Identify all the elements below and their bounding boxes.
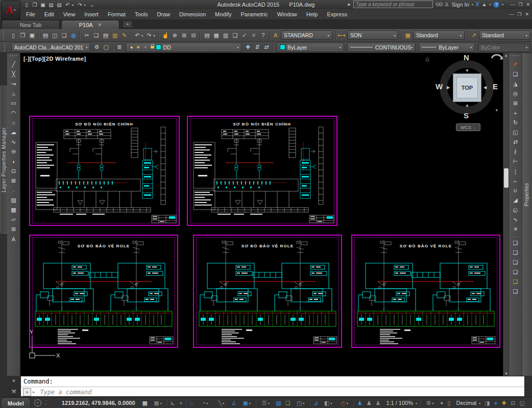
sign-in-label[interactable]: Sign In	[452, 2, 469, 8]
qnew-icon[interactable]: ▯	[22, 1, 31, 9]
lineweight-combo[interactable]: ByLayer▾	[419, 43, 475, 52]
dropdown-caret-icon[interactable]: ▾	[460, 34, 462, 37]
grid-display-icon[interactable]: ▦	[140, 398, 150, 408]
open-icon[interactable]: ❐	[31, 1, 39, 9]
point-icon[interactable]: ∙	[8, 186, 19, 195]
command-window[interactable]: Command: > ▶ Type a command	[20, 376, 525, 397]
make-object-layer-current-icon[interactable]: ❖	[243, 42, 252, 52]
viewcube-face-label[interactable]: TOP	[462, 85, 473, 91]
join-icon[interactable]: ∪	[510, 186, 521, 195]
layer-states-icon[interactable]: ⇄	[262, 42, 271, 52]
dropdown-caret-icon[interactable]: ▾	[479, 401, 480, 405]
menu-draw[interactable]: Draw	[152, 9, 175, 19]
scale-icon[interactable]: ◱	[510, 128, 521, 137]
layer-properties-manager-icon[interactable]: ≣	[115, 42, 124, 52]
viewport-scale[interactable]: 1:1 / 100%▾	[382, 398, 419, 408]
layer-unlock-icon[interactable]	[151, 46, 154, 48]
workspace-settings-icon[interactable]: ⚙	[92, 42, 101, 52]
sign-in-user-icon[interactable]: ♙	[445, 2, 449, 7]
window-minimize-button[interactable]: —	[510, 2, 515, 7]
units-icon-icon[interactable]: ▯	[445, 398, 452, 408]
plot-preview-icon[interactable]: ◫	[50, 31, 59, 40]
construction-line-icon[interactable]: ╳	[8, 69, 19, 79]
color-combo[interactable]: ByLayer▾	[277, 43, 344, 52]
quickcalc-icon[interactable]: ⌗	[249, 31, 258, 40]
annotation-visibility-icon[interactable]: ◴▾	[336, 398, 353, 408]
tool-palettes-icon[interactable]: ▥	[221, 31, 230, 40]
drawing-frame-main-diagram[interactable]: SƠ ĐỒ NỐI ĐIỆN CHÍNH	[187, 116, 337, 228]
clean-screen-icon[interactable]: ◱	[517, 398, 526, 408]
dropdown-caret-icon[interactable]: ▾	[330, 401, 332, 405]
menu-dimension[interactable]: Dimension	[175, 9, 210, 19]
viewcube[interactable]: ⌂ N S W E ▼ ▲ ▶ ◀ TOP ▼ WCS ⌄	[432, 54, 503, 131]
rectangle-icon[interactable]: ▭	[8, 98, 19, 108]
menu-view[interactable]: View	[59, 9, 80, 19]
menu-express[interactable]: Express	[322, 9, 352, 19]
text-to-front-icon[interactable]: ❏	[510, 277, 521, 287]
command-prompt-line[interactable]: > ▶ Type a command	[21, 387, 524, 397]
object-snap-icon[interactable]: ▣▾	[238, 398, 255, 408]
infer-constraints-icon[interactable]: ⊾	[168, 398, 177, 408]
properties-palette-tab[interactable]: Properties	[524, 183, 529, 207]
dropdown-caret-icon[interactable]: ▾	[340, 45, 341, 49]
app-status-icon[interactable]: ⊡	[509, 398, 517, 408]
arc-icon[interactable]: ◠	[8, 108, 19, 118]
menu-modify[interactable]: Modify	[210, 9, 236, 19]
ortho-mode-icon[interactable]: ∟	[187, 398, 197, 408]
dropdown-caret-icon[interactable]: ▾	[303, 401, 304, 405]
viewcube-orbit-arrows-icon[interactable]	[490, 53, 503, 68]
viewcube-arrow-right-icon[interactable]: ◀	[483, 85, 487, 90]
line-icon[interactable]: ╱	[8, 60, 19, 69]
copy-clip-icon[interactable]: ❏	[91, 31, 101, 40]
blend-curves-icon[interactable]: ∿	[510, 215, 521, 224]
send-under-icon[interactable]: ❏	[510, 267, 521, 277]
dropdown-caret-icon[interactable]: ▾	[84, 3, 86, 7]
annotation-scale-sync-icon[interactable]: ♟	[365, 398, 374, 408]
extend-icon[interactable]: ⊢	[510, 157, 521, 166]
new-tab-button[interactable]: +	[123, 20, 133, 28]
ellipse-arc-icon[interactable]: ◖	[8, 157, 19, 166]
match-properties-icon[interactable]: ✎	[119, 31, 129, 40]
zoom-window-icon[interactable]: ⊞	[180, 31, 189, 40]
undo-icon[interactable]: ↶▾	[133, 31, 145, 40]
dropdown-caret-icon[interactable]: ▾	[526, 45, 527, 49]
polygon-icon[interactable]: ⌂	[8, 89, 19, 98]
dropdown-caret-icon[interactable]: ▾	[237, 45, 238, 49]
publish-icon[interactable]: ◍	[69, 31, 78, 40]
menu-insert[interactable]: Insert	[80, 9, 103, 19]
help-icon[interactable]: ?	[258, 31, 268, 40]
selection-cycling-icon[interactable]: ❏	[283, 398, 293, 408]
combo-mleader-style[interactable]: Standard▾	[479, 31, 530, 40]
recent-commands-caret-icon[interactable]: ▶	[33, 390, 35, 394]
viewcube-west[interactable]: W	[436, 82, 443, 91]
annotation-people-icon[interactable]: ♟	[374, 398, 383, 408]
zoom-previous-icon[interactable]: ⊟	[189, 31, 198, 40]
menu-tools[interactable]: Tools	[130, 9, 153, 19]
send-to-back-icon[interactable]: ❏	[510, 248, 521, 258]
doc-close-button[interactable]: ✕	[525, 12, 529, 17]
drawing-frame-relay-diagram[interactable]: SƠ ĐỒ BẢO VỆ ROLE	[351, 235, 500, 350]
spline-icon[interactable]: ∿	[8, 137, 19, 147]
window-close-button[interactable]: ✕	[526, 2, 530, 7]
fillet-icon[interactable]: ◵	[510, 205, 521, 215]
erase-icon[interactable]: ✐	[510, 60, 521, 69]
toolbar-grip[interactable]	[512, 55, 519, 58]
new-layout-icon[interactable]: +	[34, 399, 41, 406]
dropdown-caret-icon[interactable]: ▾	[160, 401, 162, 405]
linetype-combo[interactable]: CONTINUOUS▾	[347, 43, 416, 52]
menu-window[interactable]: Window	[273, 9, 302, 19]
viewport-controls-label[interactable]: [-][Top][2D Wireframe]	[23, 56, 86, 62]
object-snap-tracking-icon[interactable]: ∠	[229, 398, 238, 408]
isometric-drafting-icon[interactable]: ╲▾	[213, 398, 229, 408]
scrollbar-thumb[interactable]	[504, 168, 509, 188]
plot-icon[interactable]: ▤	[41, 31, 50, 40]
wcs-dropdown[interactable]: WCS ⌄	[456, 123, 480, 131]
sign-in-caret-icon[interactable]: ▾	[472, 3, 473, 6]
table-icon[interactable]: ⊞	[8, 224, 19, 234]
text-style-icon[interactable]: A	[272, 31, 279, 40]
viewcube-menu-icon[interactable]: ▼	[495, 108, 499, 113]
model-paper-icon[interactable]: ◧▾	[320, 398, 336, 408]
save-icon[interactable]: ▣	[27, 31, 36, 40]
window-restore-button[interactable]: ❐	[518, 2, 522, 7]
toolbar-grip[interactable]	[10, 55, 17, 58]
